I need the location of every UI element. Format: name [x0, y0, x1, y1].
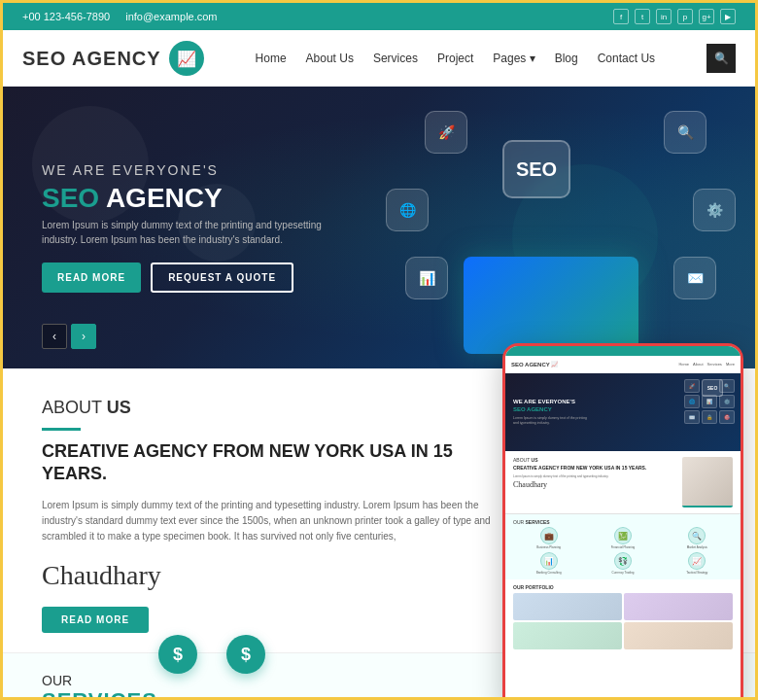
- mini-hero-accent: SEO AGENCY: [513, 406, 552, 412]
- about-content: ABOUT US CREATIVE AGENCY FROM NEW YORK U…: [42, 398, 493, 633]
- mini-navbar: SEO AGENCY 📈 Home About Services More: [505, 356, 741, 373]
- email-icon: ✉️: [673, 257, 716, 299]
- mini-hero: WE ARE EVERYONE'S SEO AGENCY Lorem Ipsum…: [505, 373, 741, 451]
- mini-portfolio-label: OUR PORTFOLIO: [513, 584, 733, 590]
- mini-float-grid: 🚀 SEO 🔍 🌐 📊 ⚙️ ✉️ 🔒 🎯: [684, 379, 735, 424]
- mini-svc-icon-3: 🔍: [688, 527, 706, 544]
- mini-svc-5: 💱 Currency Trading: [587, 552, 658, 575]
- mini-fi-4: 📊: [702, 395, 717, 408]
- about-label: ABOUT US: [42, 398, 493, 418]
- mini-fi-7: 🔒: [702, 410, 717, 424]
- hero-buttons: READ MORE REQUEST A QUOTE: [42, 262, 333, 293]
- mini-nav-home: Home: [678, 362, 689, 367]
- mini-svc-6: 📈 Tactical Strategy: [662, 552, 733, 575]
- mini-svc-label-2: Financial Planning: [611, 545, 636, 549]
- mini-portfolio-item-3: [513, 622, 622, 649]
- nav-about[interactable]: About Us: [306, 52, 354, 65]
- hero-title: SEO AGENCY: [42, 182, 333, 215]
- mini-hero-title: WE ARE EVERYONE'S SEO AGENCY: [513, 399, 587, 414]
- mini-services-icons: 💼 Business Planning 💹 Financial Planning…: [513, 527, 733, 575]
- mini-svc-label-4: Banking Consulting: [536, 571, 562, 575]
- tablet-device: [464, 257, 638, 354]
- about-label-strong: US: [107, 398, 131, 417]
- tablet-device-overlay: SEO AGENCY 📈 Home About Services More WE…: [502, 343, 743, 700]
- hero-description: Lorem Ipsum is simply dummy text of the …: [42, 218, 333, 247]
- mini-svc-label-5: Currency Trading: [611, 571, 634, 575]
- mini-hero-right: 🚀 SEO 🔍 🌐 📊 ⚙️ ✉️ 🔒 🎯: [669, 377, 737, 447]
- mini-portfolio-item-2: [624, 593, 733, 620]
- mini-svc-icon-2: 💹: [614, 527, 632, 544]
- mini-website: SEO AGENCY 📈 Home About Services More WE…: [505, 346, 741, 700]
- mini-svc-label-3: Market Analysis: [687, 545, 707, 549]
- chart-icon: 📊: [405, 257, 448, 299]
- pinterest-icon[interactable]: p: [677, 9, 693, 24]
- rocket-icon: 🚀: [425, 111, 467, 154]
- phone-number: +00 123-456-7890: [22, 11, 110, 22]
- hero-content: WE ARE EVERYONE'S SEO AGENCY Lorem Ipsum…: [3, 162, 372, 294]
- twitter-icon[interactable]: t: [635, 9, 650, 24]
- logo-text: SEO AGENCY: [22, 48, 161, 70]
- youtube-icon[interactable]: ▶: [720, 9, 736, 24]
- mini-svc-icon-4: 📊: [540, 552, 558, 570]
- mini-svc-3: 🔍 Market Analysis: [662, 527, 733, 549]
- about-description: Lorem Ipsum is simply dummy text of the …: [42, 498, 493, 544]
- read-more-button[interactable]: READ MORE: [42, 262, 141, 293]
- nav-links[interactable]: Home About Us Services Project Pages ▾ B…: [256, 52, 656, 65]
- mini-svc-label-6: Tactical Strategy: [686, 571, 707, 575]
- mini-services-label: OUR SERVICES: [513, 519, 733, 525]
- email-address: info@example.com: [125, 11, 217, 22]
- mini-fi-5: ⚙️: [719, 395, 735, 408]
- linkedin-icon[interactable]: in: [656, 9, 672, 24]
- gear-float-icon: ⚙️: [693, 189, 736, 231]
- mini-svc-icon-1: 💼: [540, 527, 558, 544]
- nav-contact[interactable]: Contact Us: [598, 52, 655, 65]
- search-button[interactable]: 🔍: [706, 44, 736, 73]
- mini-fi-6: ✉️: [684, 410, 700, 424]
- hero-title-seo: SEO: [42, 183, 106, 213]
- about-title: CREATIVE AGENCY FROM NEW YORK USA IN 15 …: [42, 440, 493, 486]
- mini-services: OUR SERVICES 💼 Business Planning 💹 Finan…: [505, 513, 741, 579]
- mini-portfolio: OUR PORTFOLIO: [505, 579, 741, 654]
- mini-svc-icon-6: 📈: [688, 552, 706, 570]
- logo: SEO AGENCY 📈: [22, 41, 204, 76]
- mini-logo: SEO AGENCY 📈: [511, 361, 558, 368]
- top-bar: +00 123-456-7890 info@example.com f t in…: [3, 3, 755, 30]
- mini-svc-1: 💼 Business Planning: [513, 527, 584, 549]
- search-float-icon: 🔍: [664, 111, 706, 154]
- mini-nav-about: About: [693, 362, 703, 367]
- navbar: SEO AGENCY 📈 Home About Us Services Proj…: [3, 30, 755, 87]
- nav-blog[interactable]: Blog: [555, 52, 578, 65]
- mini-svc-label-1: Business Planning: [536, 545, 561, 549]
- mini-fi-3: 🌐: [684, 395, 700, 408]
- mini-nav-more: More: [726, 362, 735, 367]
- nav-pages[interactable]: Pages ▾: [493, 52, 534, 65]
- next-arrow[interactable]: ›: [71, 324, 96, 349]
- hero-title-agency: AGENCY: [106, 183, 223, 213]
- about-read-more-button[interactable]: READ MORE: [42, 607, 149, 633]
- mini-svc-icon-5: 💱: [614, 552, 632, 570]
- mini-fi-2: 🔍: [719, 379, 735, 393]
- nav-project[interactable]: Project: [437, 52, 473, 65]
- nav-home[interactable]: Home: [256, 52, 287, 65]
- mini-svc-4: 📊 Banking Consulting: [513, 552, 584, 575]
- mini-signature: Chaudhary: [513, 480, 676, 489]
- topbar-contacts: +00 123-456-7890 info@example.com: [22, 11, 218, 22]
- signature: Chaudhary: [42, 560, 493, 591]
- social-links[interactable]: f t in p g+ ▶: [613, 9, 736, 24]
- mini-topbar: [505, 346, 741, 356]
- dollar-icon-2: $: [226, 635, 265, 674]
- mini-about-desc: Lorem Ipsum is simply dummy text of the …: [513, 474, 676, 479]
- mini-about-label: ABOUT US: [513, 457, 676, 463]
- nav-services[interactable]: Services: [373, 52, 418, 65]
- mini-nav-services: Services: [707, 362, 722, 367]
- mini-fi-8: 🎯: [719, 410, 735, 424]
- mini-about-title: CREATIVE AGENCY FROM NEW YORK USA IN 15 …: [513, 465, 676, 472]
- googleplus-icon[interactable]: g+: [699, 9, 714, 24]
- services-our: OUR: [42, 673, 72, 688]
- bottom-icons: $ $: [158, 635, 265, 674]
- mini-hero-desc: Lorem Ipsum is simply dummy text of the …: [513, 416, 587, 426]
- request-quote-button[interactable]: REQUEST A QUOTE: [151, 262, 293, 293]
- prev-arrow[interactable]: ‹: [42, 324, 67, 349]
- facebook-icon[interactable]: f: [613, 9, 629, 24]
- logo-icon: 📈: [169, 41, 204, 76]
